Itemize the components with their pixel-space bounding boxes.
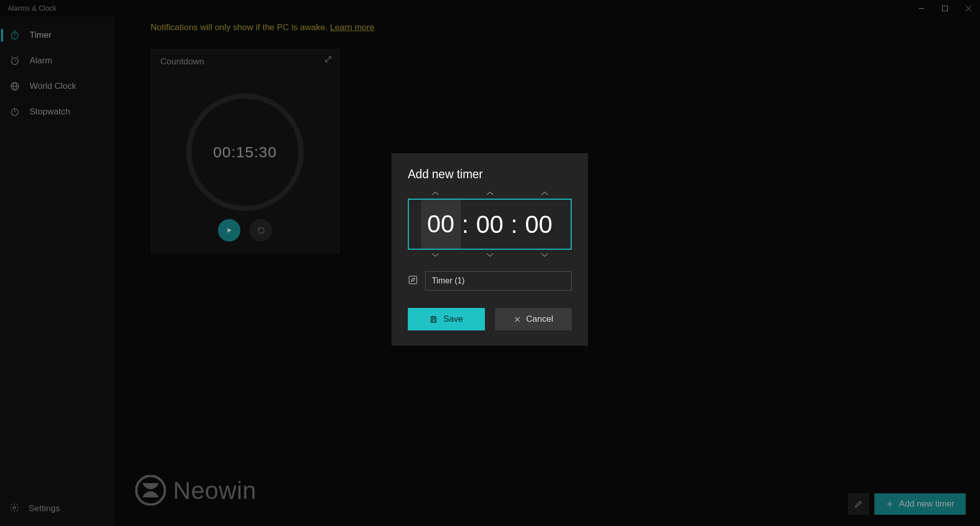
hours-field[interactable]: 00 [421, 200, 461, 249]
colon: : [510, 210, 519, 238]
close-icon [513, 316, 521, 323]
dialog-buttons: Save Cancel [408, 308, 572, 330]
colon: : [461, 210, 470, 238]
edit-name-icon [408, 275, 418, 287]
minutes-field[interactable]: 00 [470, 210, 510, 238]
seconds-up-button[interactable] [524, 190, 565, 197]
timer-name-input[interactable] [425, 271, 572, 291]
timer-name-row [408, 271, 572, 291]
minutes-up-button[interactable] [470, 190, 510, 197]
hours-up-button[interactable] [415, 190, 456, 197]
save-button[interactable]: Save [408, 308, 485, 330]
minutes-down-button[interactable] [470, 252, 510, 258]
save-label: Save [443, 314, 463, 324]
seconds-field[interactable]: 00 [519, 210, 559, 238]
cancel-button[interactable]: Cancel [495, 308, 572, 330]
svg-rect-24 [432, 316, 435, 318]
add-timer-dialog: Add new timer 00 : 00 : 00 Save Cancel [391, 153, 588, 346]
spin-down-row [408, 252, 572, 258]
time-picker[interactable]: 00 : 00 : 00 [408, 199, 572, 250]
spin-up-row [408, 190, 572, 197]
seconds-down-button[interactable] [524, 252, 565, 258]
dialog-title: Add new timer [408, 168, 572, 181]
cancel-label: Cancel [526, 314, 553, 324]
save-icon [429, 315, 438, 324]
svg-rect-23 [409, 276, 417, 284]
svg-rect-25 [432, 320, 435, 322]
hours-down-button[interactable] [415, 252, 456, 258]
